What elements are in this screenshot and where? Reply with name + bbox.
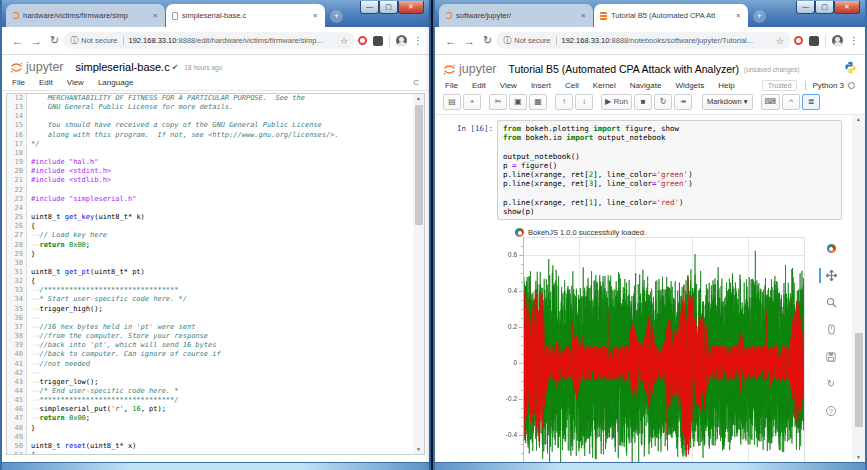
bookmark-star-icon[interactable]: ☆	[340, 36, 348, 46]
forward-arrow-icon[interactable]: →	[31, 35, 42, 47]
extension-icon[interactable]	[809, 36, 819, 46]
box-zoom-tool-icon[interactable]	[823, 289, 839, 316]
refresh-icon[interactable]: ↻	[50, 34, 59, 47]
opera-extension-icon[interactable]	[358, 36, 367, 45]
tab-close-icon[interactable]: ✕	[312, 12, 319, 20]
restart-kernel-icon[interactable]: ↻	[654, 94, 672, 110]
notebook-scroll-area[interactable]: In [16]: from bokeh.plotting import figu…	[435, 115, 852, 462]
scrollbar-thumb[interactable]	[855, 333, 863, 427]
kernel-name: Python 3	[805, 81, 844, 90]
menu-edit[interactable]: Edit	[472, 81, 486, 90]
window-titlebar[interactable]: software/jupyter/✕Tutorial B5 (Automated…	[435, 0, 865, 27]
reset-tool-icon[interactable]: ↻	[823, 370, 839, 397]
trusted-button[interactable]: Trusted	[762, 80, 797, 91]
pan-tool-icon[interactable]	[823, 262, 839, 289]
address-bar[interactable]: ⓘ Not secure 192.168.33.10 :8888/noteboo…	[496, 32, 791, 49]
browser-tab[interactable]: Tutorial B5 (Automated CPA Att✕	[594, 4, 748, 27]
tab-close-icon[interactable]: ✕	[580, 12, 587, 20]
minimize-button[interactable]: —	[360, 1, 379, 14]
restart-run-all-icon[interactable]: ↠	[674, 94, 692, 110]
page-scrollbar[interactable]: ▲ ▼	[852, 115, 865, 462]
keyboard-icon[interactable]: ⌨	[761, 94, 781, 110]
menu-edit[interactable]: Edit	[39, 78, 53, 87]
help-tool-icon[interactable]: ?	[823, 397, 839, 424]
wheel-zoom-tool-icon[interactable]	[823, 316, 839, 343]
editor-scrollbar[interactable]: ▲ ▼	[413, 94, 424, 454]
menu-dots-icon[interactable]: ⋮	[413, 35, 423, 46]
browser-tab[interactable]: simpleserial-base.c✕	[166, 4, 325, 27]
info-icon[interactable]: ⓘ	[70, 35, 78, 46]
save-tool-icon[interactable]	[823, 343, 839, 370]
menu-file[interactable]: File	[445, 81, 458, 90]
scrollbar-thumb[interactable]	[415, 105, 423, 225]
paste-icon[interactable]: ▦	[529, 94, 547, 110]
line-content: —→	[27, 369, 424, 378]
notebook-title[interactable]: Tutorial B5 (Automated CPA Attack with A…	[509, 63, 740, 75]
refresh-icon[interactable]: ↻	[483, 34, 492, 47]
menu-view[interactable]: View	[500, 81, 517, 90]
code-token: //not needed	[39, 360, 90, 368]
menu-help[interactable]: Help	[718, 81, 734, 90]
scroll-down-icon[interactable]: ▼	[852, 453, 865, 462]
stop-icon[interactable]: ■	[634, 94, 652, 110]
window-titlebar[interactable]: hardware/victims/firmware/simp✕simpleser…	[2, 0, 429, 27]
python-logo-icon	[844, 60, 857, 78]
jupyter-logo-icon[interactable]	[10, 61, 23, 74]
new-tab-button[interactable]: +	[753, 10, 766, 23]
back-arrow-icon[interactable]: ←	[445, 35, 456, 47]
cell-type-dropdown[interactable]: Markdown ▾	[702, 94, 752, 110]
toc-icon[interactable]: ≣	[802, 94, 820, 110]
browser-tab[interactable]: software/jupyter/✕	[439, 4, 593, 27]
menu-file[interactable]: File	[12, 78, 25, 87]
new-tab-button[interactable]: +	[330, 10, 343, 23]
close-button[interactable]: ✕	[834, 1, 860, 14]
info-icon[interactable]: ⓘ	[503, 35, 511, 46]
move-down-icon[interactable]: ↓	[575, 94, 593, 110]
menu-view[interactable]: View	[67, 78, 84, 87]
save-icon[interactable]: ▤	[443, 94, 461, 110]
bokeh-plot[interactable]	[491, 231, 821, 462]
jupyter-wordmark[interactable]: jupyter	[26, 60, 64, 74]
code-line: 18	[7, 149, 424, 158]
back-arrow-icon[interactable]: ←	[12, 35, 23, 47]
file-title[interactable]: simpleserial-base.c	[76, 61, 170, 73]
close-button[interactable]: ✕	[398, 1, 424, 14]
bookmark-star-icon[interactable]: ☆	[776, 36, 784, 46]
jupyter-wordmark[interactable]: jupyter	[459, 62, 497, 76]
tab-close-icon[interactable]: ✕	[152, 12, 159, 20]
move-up-icon[interactable]: ↑	[555, 94, 573, 110]
jupyter-logo-icon[interactable]	[443, 63, 456, 76]
maximize-button[interactable]: ▢	[815, 1, 834, 14]
menu-cell[interactable]: Cell	[565, 81, 579, 90]
browser-tab[interactable]: hardware/victims/firmware/simp✕	[6, 4, 165, 27]
scroll-down-icon[interactable]: ▼	[413, 445, 424, 454]
cut-icon[interactable]: ✂	[489, 94, 507, 110]
menu-insert[interactable]: Insert	[531, 81, 551, 90]
extension-icon[interactable]	[373, 36, 383, 46]
forward-arrow-icon[interactable]: →	[464, 35, 475, 47]
menu-dots-icon[interactable]: ⋮	[849, 35, 859, 46]
run-icon[interactable]: ▶ Run	[601, 94, 632, 110]
scroll-up-icon[interactable]: ▲	[413, 94, 424, 103]
tab-close-icon[interactable]: ✕	[735, 12, 742, 20]
profile-icon[interactable]	[396, 35, 407, 46]
code-cell[interactable]: In [16]: from bokeh.plotting import figu…	[435, 115, 852, 220]
menu-kernel[interactable]: Kernel	[593, 81, 616, 90]
menu-widgets[interactable]: Widgets	[675, 81, 704, 90]
menu-navigate[interactable]: Navigate	[630, 81, 662, 90]
line-number: 38	[7, 332, 27, 341]
minimize-button[interactable]: —	[796, 1, 815, 14]
maximize-button[interactable]: ▢	[379, 1, 398, 14]
code-editor[interactable]: 12 MERCHANTABILITY OF FITNESS FOR A PART…	[6, 93, 425, 455]
line-number: 43	[7, 378, 27, 387]
address-bar[interactable]: ⓘ Not secure 192.168.33.10 :8888/edit/ha…	[63, 32, 355, 49]
celltoolbar-icon[interactable]: ^	[782, 94, 800, 110]
copy-icon[interactable]: ▣	[509, 94, 527, 110]
add-cell-icon[interactable]: +	[463, 94, 481, 110]
bokeh-logo-icon[interactable]	[823, 235, 839, 262]
opera-extension-icon[interactable]	[794, 36, 803, 45]
menu-language[interactable]: Language	[98, 78, 134, 87]
cell-input[interactable]: from bokeh.plotting import figure, showf…	[497, 120, 842, 220]
scroll-up-icon[interactable]: ▲	[852, 115, 865, 124]
profile-icon[interactable]	[832, 35, 843, 46]
